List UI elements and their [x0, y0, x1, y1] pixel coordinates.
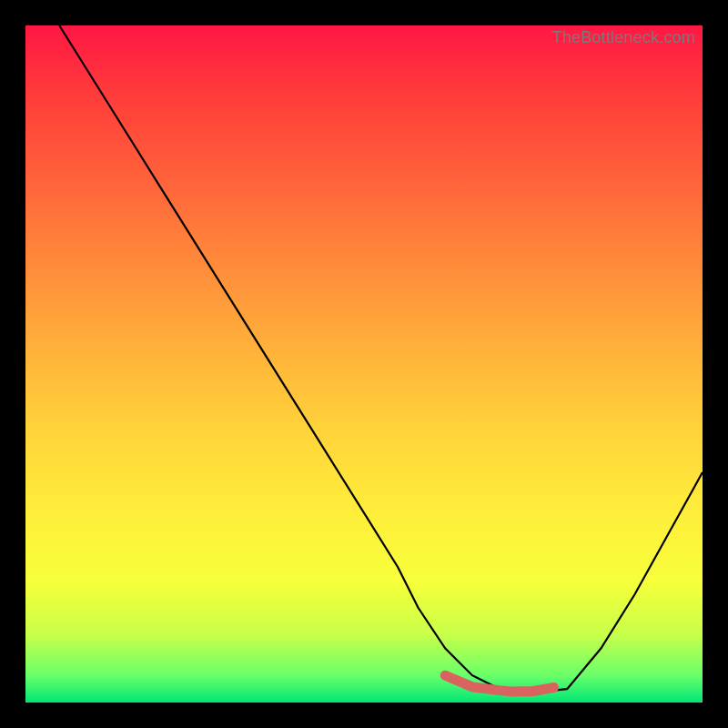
plot-area: TheBottleneck.com — [25, 25, 703, 703]
curve-svg — [25, 25, 703, 703]
chart-container: TheBottleneck.com — [0, 0, 728, 728]
bottleneck-curve-path — [59, 25, 703, 693]
highlight-segment-path — [445, 675, 553, 692]
highlight-end-dot — [549, 682, 559, 693]
